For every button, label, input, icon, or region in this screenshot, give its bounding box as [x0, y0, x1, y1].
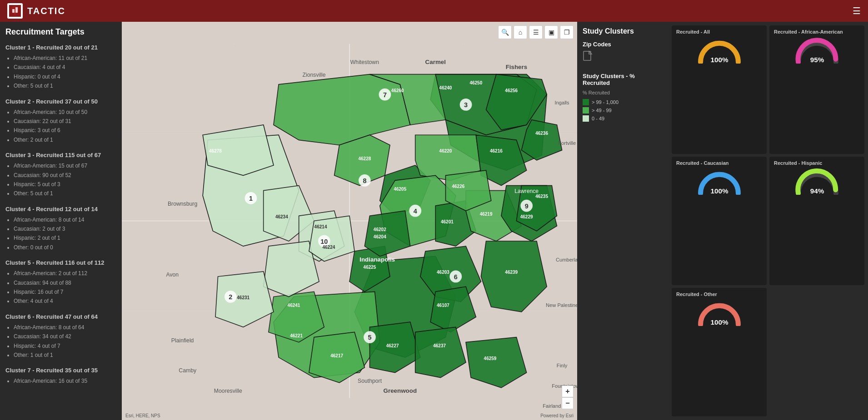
svg-text:46231: 46231 [237, 295, 249, 300]
basemap-map-button[interactable]: ▣ [544, 25, 558, 39]
legend-text: > 99 - 1,000 [592, 99, 619, 105]
map-attribution: Esri, HERE, NPS [125, 413, 160, 418]
map-area[interactable]: 🔍 ⌂ ☰ ▣ ❐ [122, 22, 577, 420]
fullscreen-map-button[interactable]: ❐ [560, 25, 574, 39]
cluster-details: African-American: 11 out of 21Caucasian:… [4, 53, 118, 92]
svg-text:Camby: Camby [179, 368, 197, 374]
cluster-item: Cluster 3 - Recruited 115 out of 67Afric… [4, 150, 118, 199]
gauge-card: Recruited - Caucasian100% [672, 157, 767, 285]
cluster-item: Cluster 4 - Recruited 12 out of 14Africa… [4, 204, 118, 253]
study-clusters-title: Study Clusters [583, 27, 663, 35]
cluster-detail-item: African-American: 8 out of 14 [14, 215, 113, 224]
svg-text:Carmel: Carmel [425, 59, 446, 65]
gauge-label: Recruited - Other [676, 292, 717, 297]
map-toolbar: 🔍 ⌂ ☰ ▣ ❐ [498, 25, 574, 39]
zoom-out-button[interactable]: − [562, 397, 574, 409]
cluster-item: Cluster 5 - Recruited 116 out of 112Afri… [4, 257, 118, 307]
svg-rect-116 [584, 51, 591, 60]
gauge-card: Recruited - All100% [672, 25, 767, 154]
zoom-controls: + − [562, 385, 574, 409]
cluster-detail-item: African-American: 16 out of 35 [14, 376, 113, 385]
pct-recruited-title: Study Clusters - % Recruited [583, 73, 663, 86]
svg-text:100%: 100% [710, 187, 728, 195]
logo-icon [9, 5, 21, 17]
cluster-details: African-American: 10 out of 50Caucasian:… [4, 107, 118, 146]
cluster-detail-item: African-American: 8 out of 64 [14, 323, 113, 332]
cluster-detail-item: African-American: 11 out of 21 [14, 54, 113, 63]
svg-text:9: 9 [525, 203, 529, 210]
svg-text:46239: 46239 [505, 270, 518, 275]
gauges-panel: Recruited - All100%Recruited - African-A… [668, 22, 868, 420]
cluster-details: African-American: 8 out of 14Caucasian: … [4, 214, 118, 253]
svg-text:46205: 46205 [394, 187, 406, 192]
sidebar-title: Recruitment Targets [4, 27, 118, 37]
svg-text:46256: 46256 [505, 88, 518, 93]
svg-text:46216: 46216 [490, 148, 503, 153]
cluster-detail-item: African-American: 10 out of 50 [14, 108, 113, 117]
gauge-svg: 94% [792, 168, 842, 195]
svg-text:10: 10 [320, 238, 328, 245]
gauge-svg: 100% [694, 299, 744, 326]
svg-text:Finly: Finly [557, 363, 568, 368]
svg-text:4: 4 [414, 208, 417, 215]
svg-text:Fishers: Fishers [506, 64, 528, 71]
svg-text:Fairland: Fairland [543, 403, 561, 409]
cluster-header: Cluster 6 - Recruited 47 out of 64 [4, 311, 118, 322]
cluster-detail-item: Other: 5 out of 1 [14, 81, 113, 90]
main-content: Recruitment Targets Cluster 1 - Recruite… [0, 22, 868, 420]
cluster-detail-item: Caucasian: 34 out of 42 [14, 332, 113, 341]
svg-text:95%: 95% [810, 56, 824, 64]
legend-text: 0 - 49 [592, 116, 604, 121]
svg-text:46214: 46214 [314, 224, 327, 229]
cluster-detail-item: Hispanic: 2 out of 1 [14, 233, 113, 242]
svg-text:100%: 100% [710, 318, 728, 326]
menu-icon[interactable]: ☰ [853, 5, 861, 16]
home-map-button[interactable]: ⌂ [514, 25, 527, 39]
svg-text:46204: 46204 [374, 234, 386, 239]
svg-text:5: 5 [368, 334, 372, 341]
svg-text:46235: 46235 [535, 194, 548, 199]
svg-text:1: 1 [249, 195, 253, 202]
svg-text:46225: 46225 [364, 265, 376, 270]
cluster-item: Cluster 6 - Recruited 47 out of 64Africa… [4, 311, 118, 361]
pct-recruited-label: % Recruited [583, 90, 663, 95]
cluster-detail-item: Caucasian: 2 out of 3 [14, 224, 113, 233]
svg-text:8: 8 [363, 177, 366, 184]
gauge-svg: 95% [792, 36, 842, 64]
cluster-detail-item: Caucasian: 4 out of 4 [14, 63, 113, 72]
gauge-card: Recruited - Hispanic94% [769, 157, 864, 285]
svg-text:46201: 46201 [441, 219, 454, 224]
cluster-details: African-American: 8 out of 64Caucasian: … [4, 322, 118, 361]
cluster-header: Cluster 5 - Recruited 116 out of 112 [4, 257, 118, 268]
svg-text:46229: 46229 [520, 214, 533, 219]
svg-text:Avon: Avon [166, 272, 179, 278]
svg-text:46240: 46240 [439, 85, 452, 90]
cluster-detail-item: Other: 1 out of 1 [14, 351, 113, 360]
right-panel: Study Clusters Zip Codes Study Clusters … [577, 22, 868, 420]
svg-text:46203: 46203 [437, 270, 449, 275]
header: TACTIC ☰ [0, 0, 868, 22]
cluster-details: African-American: 2 out of 112Caucasian:… [4, 268, 118, 307]
zip-codes-section: Zip Codes [583, 41, 663, 65]
zoom-in-button[interactable]: + [562, 385, 574, 397]
logo-box [7, 3, 23, 19]
cluster-detail-item: Hispanic: 0 out of 4 [14, 72, 113, 81]
gauge-label: Recruited - Caucasian [676, 160, 729, 166]
svg-text:46260: 46260 [391, 88, 404, 93]
svg-text:46227: 46227 [386, 343, 399, 348]
svg-text:Indianapolis: Indianapolis [359, 256, 395, 263]
layers-map-button[interactable]: ☰ [529, 25, 543, 39]
svg-text:94%: 94% [810, 187, 824, 195]
svg-text:Brownsburg: Brownsburg [168, 201, 197, 207]
legend-list: > 99 - 1,000> 49 - 990 - 49 [583, 99, 663, 122]
search-map-button[interactable]: 🔍 [498, 25, 512, 39]
svg-text:46234: 46234 [275, 214, 288, 219]
svg-text:46278: 46278 [209, 148, 222, 153]
cluster-detail-item: Other: 0 out of 0 [14, 243, 113, 252]
svg-text:6: 6 [454, 273, 458, 281]
svg-text:Fortville: Fortville [558, 141, 576, 146]
cluster-detail-item: African-American: 15 out of 67 [14, 161, 113, 170]
svg-text:New Palestine: New Palestine [546, 302, 577, 308]
svg-text:Southport: Southport [358, 378, 382, 384]
svg-text:46259: 46259 [484, 356, 497, 361]
